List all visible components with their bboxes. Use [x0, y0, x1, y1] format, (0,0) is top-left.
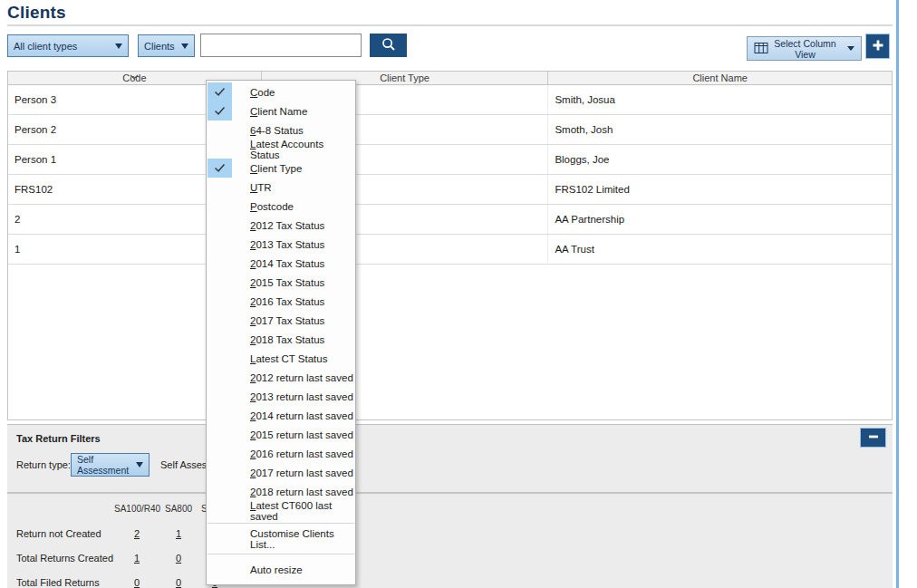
- stats-column-header: SA100/R40: [114, 504, 159, 514]
- menu-item-label: Code: [250, 87, 275, 98]
- menu-item-label: Client Type: [250, 163, 302, 174]
- menu-item-label: 2017 return last saved: [250, 468, 353, 478]
- menu-item-label: 2016 return last saved: [250, 448, 353, 459]
- menu-item-label: 2018 Tax Status: [250, 334, 324, 345]
- menu-item-2015-return-last-saved[interactable]: 2015 return last saved: [207, 425, 355, 444]
- menu-item-2014-tax-status[interactable]: 2014 Tax Status: [207, 254, 355, 273]
- table-row[interactable]: 1 AA Trust: [8, 235, 892, 265]
- clients-page: Clients All client types Clients Select …: [0, 0, 917, 588]
- stat-link[interactable]: 1: [114, 553, 159, 564]
- menu-item-latest-accounts-status[interactable]: Latest Accounts Status: [207, 140, 355, 159]
- menu-item-customise-clients-list[interactable]: Customise Clients List...: [207, 526, 355, 551]
- menu-item-postcode[interactable]: Postcode: [207, 197, 355, 216]
- menu-item-label: 2013 return last saved: [250, 391, 353, 402]
- stats-column-header: SA800: [159, 504, 198, 514]
- checkmark-icon: [208, 101, 232, 120]
- menu-item-label: 2012 Tax Status: [250, 220, 324, 231]
- menu-item-client-type[interactable]: Client Type: [207, 159, 355, 178]
- magnifier-icon: [381, 36, 397, 55]
- select-column-view-label: Select Column View: [768, 38, 842, 60]
- return-type-value: Self Assessment: [77, 454, 130, 476]
- menu-item-label: 2014 return last saved: [250, 410, 353, 421]
- minus-icon: [866, 429, 881, 447]
- menu-item-label: 2015 return last saved: [250, 429, 353, 440]
- menu-separator: [208, 523, 354, 524]
- menu-item-label: Latest CT Status: [250, 353, 327, 364]
- cell-client-name: AA Trust: [548, 235, 892, 264]
- menu-item-code[interactable]: Code: [207, 82, 355, 101]
- table-row[interactable]: FRS102 FRS102 Limited: [8, 175, 892, 205]
- search-button[interactable]: [370, 34, 407, 57]
- triangle-down-icon: [847, 46, 854, 51]
- list-filter-dropdown[interactable]: Clients: [138, 34, 195, 57]
- client-type-filter-value: All client types: [14, 41, 77, 52]
- return-type-label: Return type:: [16, 459, 71, 470]
- menu-item-2018-tax-status[interactable]: 2018 Tax Status: [207, 330, 355, 349]
- menu-separator: [208, 554, 354, 554]
- table-row[interactable]: 2 AA Partnership: [8, 205, 892, 235]
- cell-client-name: Bloggs, Joe: [548, 145, 892, 174]
- menu-item-label: 2018 return last saved: [250, 487, 353, 497]
- returns-stats-table: SA100/R40 SA800 SA900 Return not Created…: [16, 496, 232, 588]
- cell-client-name: AA Partnership: [548, 205, 892, 234]
- checkmark-icon: [208, 159, 232, 178]
- column-header-client-name[interactable]: Client Name: [548, 72, 892, 84]
- stat-link[interactable]: 0: [114, 577, 159, 588]
- search-input[interactable]: [200, 34, 362, 57]
- column-chooser-menu: CodeClient Name64-8 StatusLatest Account…: [206, 80, 356, 585]
- triangle-down-icon: [136, 462, 143, 468]
- menu-item-label: 2012 return last saved: [250, 372, 353, 383]
- menu-item-2013-tax-status[interactable]: 2013 Tax Status: [207, 235, 355, 254]
- menu-item-label: Auto resize: [250, 564, 303, 575]
- menu-item-utr[interactable]: UTR: [207, 178, 355, 197]
- menu-item-2014-return-last-saved[interactable]: 2014 return last saved: [207, 406, 355, 425]
- triangle-down-icon: [115, 43, 122, 49]
- menu-item-client-name[interactable]: Client Name: [207, 101, 355, 120]
- stat-link[interactable]: 0: [159, 577, 198, 588]
- cell-client-name: Smoth, Josh: [548, 115, 892, 144]
- select-column-view-button[interactable]: Select Column View: [747, 36, 862, 61]
- menu-item-label: Client Name: [250, 106, 307, 117]
- checkmark-icon: [208, 82, 232, 101]
- title-divider: [7, 24, 893, 26]
- menu-item-label: 2014 Tax Status: [250, 258, 324, 269]
- panel-divider: [7, 492, 893, 494]
- stat-link[interactable]: 1: [159, 528, 198, 539]
- stats-row-label: Total Returns Created: [16, 553, 114, 564]
- menu-item-label: 2017 Tax Status: [250, 315, 324, 326]
- table-columns-icon: [754, 42, 768, 56]
- menu-item-2016-return-last-saved[interactable]: 2016 return last saved: [207, 444, 355, 463]
- stat-link[interactable]: 0: [159, 553, 198, 564]
- add-client-button[interactable]: [865, 34, 890, 59]
- page-title: Clients: [7, 3, 66, 23]
- menu-item-2012-tax-status[interactable]: 2012 Tax Status: [207, 216, 355, 235]
- table-row[interactable]: Person 1 Bloggs, Joe: [8, 145, 892, 175]
- table-row[interactable]: Person 3 Smith, Josua: [8, 85, 892, 115]
- right-edge-divider: [896, 0, 899, 588]
- triangle-down-icon: [181, 43, 188, 49]
- menu-item-latest-ct600-last-saved[interactable]: Latest CT600 last saved: [207, 501, 355, 520]
- return-type-dropdown[interactable]: Self Assessment: [71, 453, 150, 477]
- menu-item-2016-tax-status[interactable]: 2016 Tax Status: [207, 292, 355, 311]
- client-type-filter-dropdown[interactable]: All client types: [7, 34, 129, 57]
- menu-item-label: Latest Accounts Status: [250, 139, 355, 160]
- menu-item-2018-return-last-saved[interactable]: 2018 return last saved: [207, 482, 355, 501]
- collapse-panel-button[interactable]: [860, 428, 886, 448]
- table-row[interactable]: Person 2 Smoth, Josh: [8, 115, 892, 145]
- menu-item-latest-ct-status[interactable]: Latest CT Status: [207, 349, 355, 368]
- menu-item-2017-tax-status[interactable]: 2017 Tax Status: [207, 311, 355, 330]
- menu-item-2012-return-last-saved[interactable]: 2012 return last saved: [207, 368, 355, 387]
- menu-item-auto-resize[interactable]: Auto resize: [207, 557, 355, 582]
- stat-link[interactable]: 2: [114, 528, 159, 539]
- menu-item-label: 2015 Tax Status: [250, 277, 324, 288]
- clients-table: Code Client Type Client Name Person 3 Sm…: [7, 71, 893, 420]
- menu-item-label: 64-8 Status: [250, 125, 304, 136]
- menu-item-2013-return-last-saved[interactable]: 2013 return last saved: [207, 387, 355, 406]
- cell-client-name: FRS102 Limited: [548, 175, 892, 204]
- menu-item-2015-tax-status[interactable]: 2015 Tax Status: [207, 273, 355, 292]
- plus-icon: [871, 38, 885, 55]
- menu-item-label: Latest CT600 last saved: [250, 500, 355, 522]
- menu-item-2017-return-last-saved[interactable]: 2017 return last saved: [207, 463, 355, 482]
- panel-title: Tax Return Filters: [16, 433, 101, 444]
- menu-item-64-8-status[interactable]: 64-8 Status: [207, 120, 355, 140]
